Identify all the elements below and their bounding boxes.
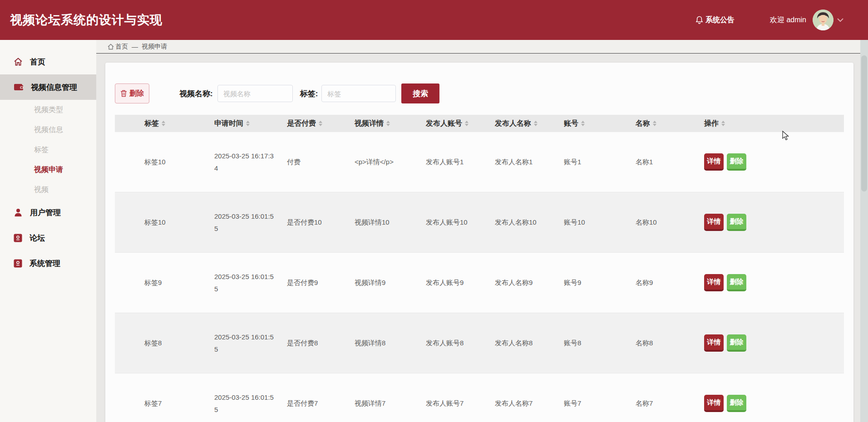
cell-publisher-name: 发布人名称7: [495, 399, 564, 408]
content-card: 删除 视频名称: 标签: 搜索 标签 申请时间 是否付费 视频详情 发布人账号 …: [105, 63, 853, 422]
cell-actions: 详情 删除: [704, 153, 844, 171]
vertical-scrollbar[interactable]: [860, 40, 868, 422]
sidebar-item-label: 论坛: [30, 233, 45, 243]
cell-apply-time: 2025-03-25 16:01:55: [214, 391, 287, 416]
breadcrumb: 首页 — 视频申请: [96, 40, 868, 54]
video-folder-icon: [14, 83, 24, 91]
cell-name: 名称9: [636, 279, 704, 287]
sort-icons: [465, 121, 469, 126]
row-delete-button[interactable]: 删除: [727, 153, 746, 171]
sidebar-subitem-video-type[interactable]: 视频类型: [0, 100, 96, 120]
column-header-apply-time[interactable]: 申请时间: [214, 119, 287, 128]
cell-paid: 是否付费8: [287, 339, 355, 348]
breadcrumb-current: 视频申请: [142, 43, 167, 51]
sidebar-subitem-label: 视频: [34, 185, 49, 195]
table-row: 标签7 2025-03-25 16:01:55 是否付费7 视频详情7 发布人账…: [115, 373, 844, 422]
sort-icons: [246, 121, 250, 126]
user-menu[interactable]: [813, 10, 843, 30]
cell-tag: 标签7: [144, 399, 214, 408]
announcement-button[interactable]: 系统公告: [695, 15, 735, 25]
sidebar-item-video-management[interactable]: 视频信息管理: [0, 74, 96, 100]
column-header-actions[interactable]: 操作: [704, 119, 844, 128]
cell-publisher-name: 发布人名称1: [495, 158, 564, 167]
column-header-tag[interactable]: 标签: [144, 119, 214, 128]
sidebar-item-user-management[interactable]: 用户管理: [0, 200, 96, 225]
sort-icons: [534, 121, 538, 126]
column-header-publisher-account[interactable]: 发布人账号: [426, 119, 495, 128]
row-detail-button[interactable]: 详情: [704, 395, 724, 412]
cell-tag: 标签10: [144, 218, 214, 227]
table-row: 标签9 2025-03-25 16:01:55 是否付费9 视频详情9 发布人账…: [115, 253, 844, 313]
system-icon: [14, 259, 22, 268]
column-header-account[interactable]: 账号: [564, 119, 636, 128]
table-row: 标签8 2025-03-25 16:01:55 是否付费8 视频详情8 发布人账…: [115, 313, 844, 373]
sidebar-item-label: 首页: [30, 57, 45, 67]
table-row: 标签10 2025-03-25 16:01:55 是否付费10 视频详情10 发…: [115, 192, 844, 253]
column-header-video-detail[interactable]: 视频详情: [355, 119, 426, 128]
row-detail-button[interactable]: 详情: [704, 153, 724, 171]
breadcrumb-home-label: 首页: [115, 43, 128, 51]
row-detail-button[interactable]: 详情: [704, 214, 724, 231]
row-delete-button[interactable]: 删除: [727, 395, 746, 412]
cell-publisher-account: 发布人账号1: [426, 158, 495, 167]
table-row: 标签10 2025-03-25 16:17:34 付费 <p>详情</p> 发布…: [115, 132, 844, 192]
row-detail-button[interactable]: 详情: [704, 274, 724, 291]
sort-icons: [721, 121, 725, 126]
row-detail-button[interactable]: 详情: [704, 334, 724, 352]
tag-label: 标签:: [300, 88, 318, 99]
sidebar-subitem-tag[interactable]: 标签: [0, 140, 96, 160]
column-header-paid[interactable]: 是否付费: [287, 119, 355, 128]
welcome-user-label: 欢迎 admin: [770, 15, 806, 25]
sidebar-item-system-management[interactable]: 系统管理: [0, 250, 96, 276]
cell-apply-time: 2025-03-25 16:01:55: [214, 331, 287, 355]
cell-actions: 详情 删除: [704, 274, 844, 291]
sidebar-item-home[interactable]: 首页: [0, 49, 96, 74]
cell-paid: 是否付费9: [287, 279, 355, 287]
cell-name: 名称7: [636, 399, 704, 408]
sidebar-item-label: 用户管理: [30, 207, 61, 218]
column-header-publisher-name[interactable]: 发布人名称: [495, 119, 564, 128]
sort-icons: [162, 121, 165, 126]
cell-video-detail: <p>详情</p>: [355, 158, 426, 167]
video-name-input[interactable]: [217, 85, 293, 102]
trash-icon: [120, 90, 127, 97]
sort-icons: [581, 121, 585, 126]
cell-publisher-name: 发布人名称9: [495, 279, 564, 287]
cell-name: 名称10: [636, 218, 704, 227]
sidebar-subitem-video-info[interactable]: 视频信息: [0, 120, 96, 140]
bulk-delete-label: 删除: [129, 89, 144, 98]
tag-input[interactable]: [321, 85, 396, 102]
row-delete-button[interactable]: 删除: [727, 274, 746, 291]
breadcrumb-separator: —: [132, 43, 138, 50]
cell-video-detail: 视频详情8: [355, 339, 426, 348]
cell-tag: 标签10: [144, 158, 214, 167]
cell-apply-time: 2025-03-25 16:01:55: [214, 210, 287, 235]
cell-account: 账号10: [564, 218, 636, 227]
breadcrumb-home-icon: [108, 44, 114, 50]
search-button[interactable]: 搜索: [401, 83, 439, 103]
video-name-label: 视频名称:: [179, 88, 213, 99]
cell-publisher-name: 发布人名称8: [495, 339, 564, 348]
chevron-down-icon: [837, 18, 843, 22]
main-content: 删除 视频名称: 标签: 搜索 标签 申请时间 是否付费 视频详情 发布人账号 …: [96, 54, 868, 422]
breadcrumb-home-link[interactable]: 首页: [108, 43, 128, 51]
sidebar-item-forum[interactable]: 论坛: [0, 225, 96, 250]
row-delete-button[interactable]: 删除: [727, 214, 746, 231]
sidebar-subitem-video-apply[interactable]: 视频申请: [0, 160, 96, 180]
avatar[interactable]: [813, 10, 833, 30]
cell-actions: 详情 删除: [704, 395, 844, 412]
cell-account: 账号7: [564, 399, 636, 408]
sidebar-subitem-label: 视频申请: [34, 165, 63, 175]
sort-icons: [386, 121, 390, 126]
column-header-name[interactable]: 名称: [636, 119, 704, 128]
cell-actions: 详情 删除: [704, 214, 844, 231]
scrollbar-thumb[interactable]: [861, 55, 867, 191]
bulk-delete-button[interactable]: 删除: [115, 83, 149, 103]
row-delete-button[interactable]: 删除: [727, 334, 746, 352]
sidebar-item-label: 系统管理: [30, 258, 60, 269]
cell-apply-time: 2025-03-25 16:01:55: [214, 270, 287, 295]
cell-paid: 是否付费7: [287, 399, 355, 408]
cell-apply-time: 2025-03-25 16:17:34: [214, 150, 287, 174]
sidebar-subitem-video[interactable]: 视频: [0, 180, 96, 200]
user-icon: [14, 208, 23, 217]
